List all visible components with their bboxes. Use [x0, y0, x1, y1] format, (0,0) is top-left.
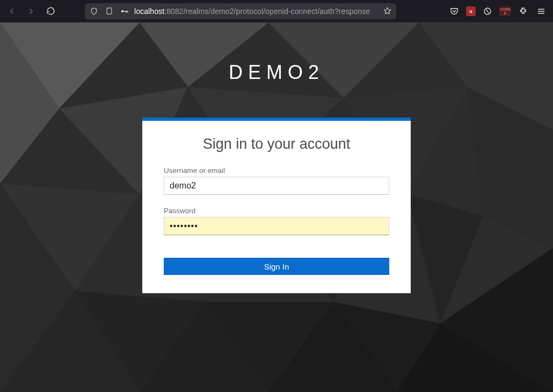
- pocket-icon[interactable]: [448, 5, 461, 18]
- url-path: :8082/realms/demo2/protocol/openid-conne…: [164, 7, 370, 16]
- login-card: Sign in to your account Username or emai…: [142, 118, 411, 293]
- url-bar[interactable]: localhost:8082/realms/demo2/protocol/ope…: [85, 3, 396, 19]
- username-field: Username or email: [164, 166, 389, 195]
- svg-rect-0: [107, 8, 112, 14]
- extensions-puzzle-icon[interactable]: [516, 5, 529, 18]
- noscript-icon[interactable]: [481, 5, 494, 18]
- extensions-block: u CORSE: [448, 5, 529, 18]
- nav-forward-button[interactable]: [25, 5, 38, 18]
- password-input[interactable]: [164, 217, 389, 235]
- svg-rect-4: [127, 11, 128, 12]
- username-label: Username or email: [164, 166, 389, 175]
- app-menu-button[interactable]: [535, 5, 548, 18]
- site-info-icon[interactable]: [104, 6, 114, 16]
- page: DEMO2 Sign in to your account Username o…: [0, 23, 553, 392]
- password-field: Password: [164, 207, 389, 235]
- password-key-icon[interactable]: [119, 6, 129, 16]
- login-heading: Sign in to your account: [164, 136, 389, 153]
- svg-rect-3: [126, 11, 127, 13]
- cors-extension-icon[interactable]: CORSE: [499, 6, 511, 16]
- ublock-icon[interactable]: u: [466, 6, 476, 16]
- url-host: localhost: [134, 7, 164, 16]
- nav-back-button[interactable]: [5, 5, 18, 18]
- browser-toolbar: localhost:8082/realms/demo2/protocol/ope…: [0, 0, 553, 23]
- realm-title: DEMO2: [0, 61, 553, 84]
- tracking-protection-icon[interactable]: [89, 6, 99, 16]
- url-text: localhost:8082/realms/demo2/protocol/ope…: [134, 7, 377, 16]
- sign-in-button[interactable]: Sign In: [164, 258, 389, 275]
- username-input[interactable]: [164, 177, 389, 195]
- bookmark-star-icon[interactable]: [382, 6, 392, 16]
- reload-button[interactable]: [44, 5, 57, 18]
- toolbar-right: u CORSE: [448, 5, 548, 18]
- password-label: Password: [164, 207, 389, 215]
